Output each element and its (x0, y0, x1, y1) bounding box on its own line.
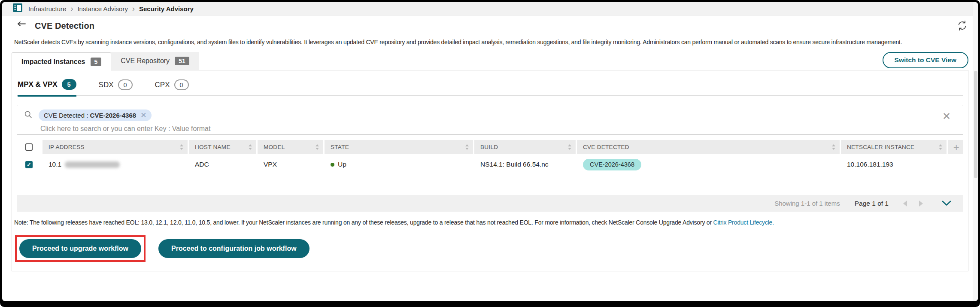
cell-netscaler-instance: 10.106.181.193 (841, 161, 947, 168)
sort-icon[interactable] (316, 144, 319, 150)
subtab-mpx-vpx-label: MPX & VPX (18, 80, 58, 89)
column-header-ip-address[interactable]: IP ADDRESS (42, 140, 188, 154)
page-title: CVE Detection (35, 21, 94, 31)
column-header-build[interactable]: BUILD (474, 140, 576, 154)
tab-impacted-instances-label: Impacted Instances (21, 58, 85, 66)
sort-icon[interactable] (832, 144, 835, 150)
eol-note-text: Note: The following releases have reache… (14, 219, 713, 226)
column-header-state[interactable]: STATE (325, 140, 473, 154)
main-tabs: Impacted Instances 5 CVE Repository 51 S… (12, 52, 968, 70)
search-filter-chip-text: CVE Detected : CVE-2026-4368 (44, 112, 136, 119)
sort-icon[interactable] (939, 144, 942, 150)
impacted-instances-panel: MPX & VPX 5 SDX 0 CPX 0 (12, 70, 968, 271)
select-all-checkbox[interactable] (25, 143, 33, 151)
cve-badge[interactable]: CVE-2026-4368 (583, 159, 641, 170)
title-bar: CVE Detection (2, 15, 978, 36)
subtab-sdx[interactable]: SDX 0 (99, 79, 133, 95)
subtab-mpx-vpx-count: 5 (62, 79, 76, 90)
back-button[interactable] (15, 21, 26, 30)
table-header: IP ADDRESS HOST NAME MODEL STATE BUILD (17, 140, 963, 154)
tab-cve-repository-label: CVE Repository (121, 57, 170, 65)
state-label: Up (338, 161, 346, 168)
action-buttons: Proceed to upgrade workflow Proceed to c… (15, 235, 963, 262)
column-label: MODEL (264, 144, 285, 150)
screenshot-frame: Infrastructure › Instance Advisory › Sec… (0, 0, 980, 307)
chip-close-icon[interactable]: ✕ (140, 112, 146, 119)
proceed-upgrade-workflow-button[interactable]: Proceed to upgrade workflow (19, 239, 141, 258)
app-window: Infrastructure › Instance Advisory › Sec… (2, 2, 978, 301)
next-page-icon[interactable] (919, 201, 923, 207)
column-label: IP ADDRESS (49, 144, 85, 150)
subtab-sdx-label: SDX (99, 81, 114, 89)
app-icon[interactable] (13, 3, 22, 14)
subtab-cpx[interactable]: CPX 0 (155, 79, 189, 95)
column-label: STATE (331, 144, 349, 150)
tab-cve-repository[interactable]: CVE Repository 51 (111, 52, 198, 70)
items-count-text: Showing 1-1 of 1 items (774, 200, 840, 207)
breadcrumb-separator-icon: › (70, 5, 73, 12)
status-up-dot (331, 163, 334, 167)
column-label: HOST NAME (195, 144, 231, 150)
collapse-chevron-icon[interactable] (942, 201, 951, 206)
search-input[interactable]: Click here to search or you can enter Ke… (40, 125, 956, 133)
back-arrow-icon (15, 21, 26, 30)
cell-build: NS14.1: Build 66.54.nc (474, 161, 576, 168)
row-checkbox[interactable]: ✓ (25, 161, 33, 168)
breadcrumb-separator-icon: › (132, 5, 135, 12)
cell-host-name: ADC (189, 161, 256, 168)
eol-note: Note: The following releases have reache… (14, 219, 963, 226)
page-description: NetScaler detects CVEs by scanning insta… (14, 39, 978, 46)
table-row[interactable]: ✓ 10.1 ADC VPX Up NS14.1: Build 66.54.nc… (17, 154, 963, 175)
column-header-cve-detected[interactable]: CVE DETECTED (577, 140, 840, 154)
search-filter-chip[interactable]: CVE Detected : CVE-2026-4368 ✕ (39, 109, 152, 121)
column-label: NETSCALER INSTANCE (847, 144, 914, 150)
subtab-cpx-count: 0 (174, 79, 189, 90)
cell-ip-address: 10.1 (42, 161, 188, 168)
subtab-cpx-label: CPX (155, 81, 170, 89)
search-filter-chip-value: CVE-2026-4368 (90, 112, 137, 119)
subtab-sdx-count: 0 (118, 79, 133, 90)
prev-page-icon[interactable] (903, 201, 907, 207)
search-icon (24, 110, 33, 121)
platform-subtabs: MPX & VPX 5 SDX 0 CPX 0 (17, 79, 963, 96)
sort-icon[interactable] (180, 144, 183, 150)
breadcrumb: Infrastructure › Instance Advisory › Sec… (28, 5, 194, 12)
breadcrumb-bar: Infrastructure › Instance Advisory › Sec… (2, 2, 978, 15)
clear-search-icon[interactable]: ✕ (942, 111, 951, 122)
tab-impacted-instances-count: 5 (91, 58, 102, 66)
cell-model: VPX (258, 161, 323, 168)
column-header-model[interactable]: MODEL (258, 140, 323, 154)
refresh-button[interactable] (957, 20, 968, 32)
column-header-host-name[interactable]: HOST NAME (189, 140, 256, 154)
add-column-button[interactable]: + (948, 140, 963, 154)
ip-redacted-blur (65, 161, 120, 168)
cell-state: Up (325, 161, 473, 168)
switch-to-cve-view-button[interactable]: Switch to CVE View (883, 52, 968, 68)
breadcrumb-item-security-advisory: Security Advisory (139, 5, 194, 12)
cell-cve-detected: CVE-2026-4368 (577, 159, 840, 170)
column-label: CVE DETECTED (583, 144, 629, 150)
proceed-configuration-job-workflow-button[interactable]: Proceed to configuration job workflow (158, 239, 309, 258)
sort-icon[interactable] (249, 144, 252, 150)
subtab-mpx-vpx[interactable]: MPX & VPX 5 (18, 79, 76, 97)
tab-impacted-instances[interactable]: Impacted Instances 5 (12, 52, 111, 70)
search-box[interactable]: CVE Detected : CVE-2026-4368 ✕ Click her… (17, 105, 963, 135)
citrix-product-lifecycle-link[interactable]: Citrix Product Lifecycle. (713, 219, 774, 226)
column-header-netscaler-instance[interactable]: NETSCALER INSTANCE (841, 140, 947, 154)
ip-visible-text: 10.1 (49, 161, 61, 168)
highlight-annotation: Proceed to upgrade workflow (15, 235, 146, 262)
tab-cve-repository-count: 51 (175, 57, 189, 65)
sort-icon[interactable] (465, 144, 469, 150)
breadcrumb-item-infrastructure[interactable]: Infrastructure (28, 5, 66, 12)
column-label: BUILD (480, 144, 498, 150)
pagination-bar: Showing 1-1 of 1 items Page 1 of 1 (17, 195, 963, 212)
refresh-icon (957, 20, 968, 32)
page-info-text: Page 1 of 1 (855, 200, 889, 207)
vertical-scrollbar[interactable] (973, 2, 978, 301)
scrollbar-thumb[interactable] (974, 71, 977, 178)
breadcrumb-item-instance-advisory[interactable]: Instance Advisory (77, 5, 128, 12)
table-empty-space (17, 175, 963, 195)
sort-icon[interactable] (568, 144, 571, 150)
